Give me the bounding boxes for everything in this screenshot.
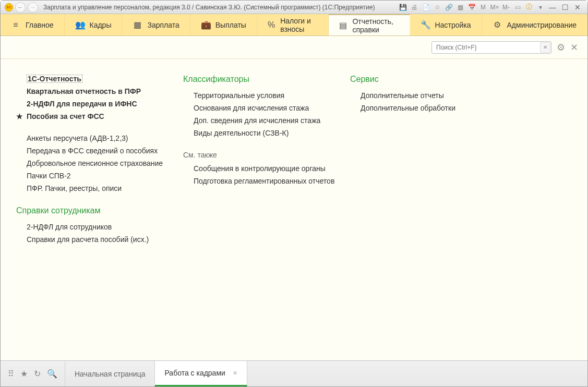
mplus-icon[interactable]: M+	[489, 3, 500, 12]
link-stage-basis[interactable]: Основания для исчисления стажа	[194, 104, 340, 112]
wallet-icon: 💼	[201, 20, 210, 30]
link-group-secondary-reports: Анкеты персучета (АДВ-1,2,3) Передача в …	[16, 134, 173, 192]
search-icon[interactable]: 🔍	[47, 369, 57, 379]
tab-home[interactable]: Начальная страница	[65, 361, 155, 386]
column-reports: 1С-Отчетность Квартальная отчетность в П…	[16, 75, 183, 360]
link-spv2[interactable]: Пачки СПВ-2	[27, 172, 173, 180]
menu-payments[interactable]: 💼 Выплаты	[190, 14, 257, 35]
tab-work-personnel[interactable]: Работа с кадрами ✕	[155, 361, 247, 386]
panels-icon[interactable]: ▭	[512, 3, 523, 12]
menu-label: Отчетность, справки	[352, 17, 399, 34]
link-quarterly-pfr[interactable]: Квартальная отчетность в ПФР	[27, 87, 173, 95]
close-panel-button[interactable]: ✕	[570, 42, 578, 53]
link-group-service: Дополнительные отчеты Дополнительные обр…	[350, 91, 507, 112]
m-icon[interactable]: M	[478, 3, 488, 12]
people-icon: 👥	[75, 20, 85, 30]
link-icon[interactable]: 🔗	[443, 3, 454, 12]
menu-admin[interactable]: ⚙ Администрирование	[482, 14, 588, 35]
section-classifiers: Классификаторы	[183, 75, 340, 84]
link-group-see-also: Сообщения в контролирующие органы Подгот…	[183, 164, 340, 185]
app-logo: 1C	[5, 3, 13, 11]
calc-icon[interactable]: ▦	[455, 3, 465, 12]
settings-gear-icon[interactable]: ⚙	[557, 42, 565, 53]
content-area: 1С-Отчетность Квартальная отчетность в П…	[1, 59, 587, 360]
column-service: Сервис Дополнительные отчеты Дополнитель…	[350, 75, 517, 360]
tab-label: Работа с кадрами	[164, 369, 225, 377]
report-icon: ▤	[339, 20, 347, 30]
menu-main[interactable]: ≡ Главное	[1, 14, 65, 35]
link-additional-processing[interactable]: Дополнительные обработки	[361, 104, 507, 112]
apps-icon[interactable]: ⠿	[8, 369, 14, 379]
titlebar: 1C ← → Зарплата и управление персоналом,…	[1, 1, 587, 14]
section-service: Сервис	[350, 75, 507, 84]
tab-close-button[interactable]: ✕	[233, 370, 237, 377]
app-window: 1C ← → Зарплата и управление персоналом,…	[0, 0, 588, 387]
link-2ndfl-ifns[interactable]: 2-НДФЛ для передачи в ИФНС	[27, 100, 173, 108]
column-classifiers: Классификаторы Территориальные условия О…	[183, 75, 350, 360]
menu-label: Налоги и взносы	[280, 17, 318, 33]
search-box: ✕	[431, 41, 551, 54]
link-messages-authorities[interactable]: Сообщения в контролирующие органы	[194, 164, 340, 173]
menu-label: Настройка	[435, 21, 471, 29]
gear-icon: ⚙	[493, 20, 502, 30]
star-icon[interactable]: ☆	[432, 3, 442, 12]
menu-taxes[interactable]: % Налоги и взносы	[257, 14, 329, 35]
sub-toolbar: ✕ ⚙ ✕	[1, 36, 587, 59]
info-icon[interactable]: ⓘ	[524, 3, 534, 12]
search-clear-button[interactable]: ✕	[540, 42, 550, 53]
save-icon[interactable]: 💾	[398, 3, 408, 12]
link-szv-k[interactable]: Виды деятельности (СЗВ-К)	[194, 129, 340, 137]
doc-icon[interactable]: 📄	[421, 3, 431, 12]
link-reglament-reports[interactable]: Подготовка регламентированных отчетов	[194, 177, 340, 185]
link-pfr-registers[interactable]: ПФР. Пачки, реестры, описи	[27, 184, 173, 192]
history-icon[interactable]: ↻	[34, 369, 41, 379]
window-title: Зарплата и управление персоналом, редакц…	[40, 4, 395, 11]
mminus-icon[interactable]: M-	[501, 3, 511, 12]
bottom-bar: ⠿ ★ ↻ 🔍 Начальная страница Работа с кадр…	[1, 360, 587, 386]
link-additional-reports[interactable]: Дополнительные отчеты	[361, 91, 507, 100]
main-menu: ≡ Главное 👥 Кадры ▦ Зарплата 💼 Выплаты %…	[1, 14, 587, 36]
menu-label: Кадры	[90, 21, 112, 29]
subheader-see-also: См. также	[183, 151, 340, 159]
minimize-button[interactable]: —	[547, 3, 558, 12]
nav-forward-button[interactable]: →	[28, 2, 38, 13]
menu-label: Администрирование	[507, 21, 577, 29]
bottom-icons: ⠿ ★ ↻ 🔍	[1, 361, 65, 386]
link-fss-transfer[interactable]: Передача в ФСС сведений о пособиях	[27, 147, 173, 155]
wrench-icon: 🔧	[421, 20, 430, 30]
link-group-classifiers: Территориальные условия Основания для ис…	[183, 91, 340, 137]
link-benefit-calc-refs[interactable]: Справки для расчета пособий (исх.)	[27, 235, 173, 244]
link-voluntary-pension[interactable]: Добровольное пенсионное страхование	[27, 159, 173, 167]
calculator-icon: ▦	[133, 20, 142, 30]
link-territorial[interactable]: Территориальные условия	[194, 91, 340, 100]
menu-reports[interactable]: ▤ Отчетность, справки	[329, 14, 410, 35]
section-employee-refs: Справки сотрудникам	[16, 206, 173, 215]
dropdown-icon[interactable]: ▾	[535, 3, 546, 12]
maximize-button[interactable]: ☐	[559, 3, 571, 12]
close-button[interactable]: ✕	[572, 3, 583, 12]
link-group-employee-refs: 2-НДФЛ для сотрудников Справки для расче…	[16, 223, 173, 244]
link-group-main-reports: 1С-Отчетность Квартальная отчетность в П…	[16, 75, 173, 120]
menu-label: Зарплата	[147, 21, 179, 29]
link-stage-additional[interactable]: Доп. сведения для исчисления стажа	[194, 116, 340, 125]
tab-label: Начальная страница	[75, 370, 145, 378]
link-2ndfl-employees[interactable]: 2-НДФЛ для сотрудников	[27, 223, 173, 231]
favorites-icon[interactable]: ★	[20, 369, 28, 379]
menu-salary[interactable]: ▦ Зарплата	[122, 14, 190, 35]
titlebar-right-icons: 💾 🖨 📄 ☆ 🔗 ▦ 📅 M M+ M- ▭ ⓘ ▾ — ☐ ✕	[398, 3, 583, 12]
menu-label: Главное	[26, 21, 54, 29]
calendar-icon[interactable]: 📅	[466, 3, 477, 12]
menu-settings[interactable]: 🔧 Настройка	[410, 14, 482, 35]
link-1c-reporting[interactable]: 1С-Отчетность	[27, 75, 82, 83]
menu-personnel[interactable]: 👥 Кадры	[65, 14, 123, 35]
search-input[interactable]	[431, 41, 551, 54]
link-adv-forms[interactable]: Анкеты персучета (АДВ-1,2,3)	[27, 134, 173, 142]
print-icon[interactable]: 🖨	[409, 3, 419, 12]
percent-icon: %	[268, 20, 275, 30]
link-fss-benefits[interactable]: Пособия за счет ФСС	[27, 112, 173, 120]
nav-back-button[interactable]: ←	[15, 2, 26, 13]
menu-label: Выплаты	[215, 21, 246, 29]
hamburger-icon: ≡	[11, 20, 20, 30]
